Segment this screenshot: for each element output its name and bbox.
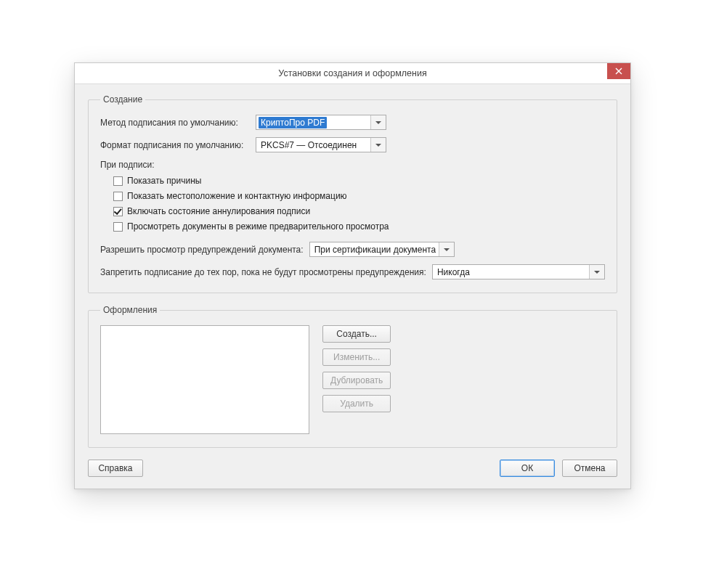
prevent-sign-label: Запретить подписание до тех пор, пока не… — [100, 267, 426, 277]
appearance-delete-button[interactable]: Удалить — [322, 395, 391, 412]
chevron-down-icon — [439, 242, 454, 256]
appearance-edit-button[interactable]: Изменить... — [322, 348, 391, 366]
prevent-sign-select[interactable]: Никогда — [432, 264, 605, 279]
show-reasons-label: Показать причины — [127, 176, 201, 186]
help-button[interactable]: Справка — [88, 460, 143, 477]
appearance-group: Оформления Создать... Изменить... Дублир… — [88, 305, 617, 448]
chevron-down-icon — [370, 115, 386, 129]
include-revocation-label: Включать состояние аннулирования подписи — [127, 206, 310, 216]
appearance-create-button[interactable]: Создать... — [322, 325, 391, 343]
allow-warnings-value: При сертификации документа — [314, 245, 436, 255]
show-reasons-checkbox[interactable] — [113, 176, 123, 186]
ok-button[interactable]: ОК — [500, 460, 555, 477]
default-format-label: Формат подписания по умолчанию: — [100, 140, 250, 150]
show-location-label: Показать местоположение и контактную инф… — [127, 191, 347, 201]
default-method-value: КриптоПро PDF — [259, 117, 327, 128]
include-revocation-checkbox[interactable] — [113, 207, 123, 216]
default-method-select[interactable]: КриптоПро PDF — [256, 115, 386, 130]
appearance-duplicate-button[interactable]: Дублировать — [322, 372, 391, 389]
default-format-value: PKCS#7 — Отсоединен — [261, 140, 357, 150]
default-method-label: Метод подписания по умолчанию: — [100, 118, 250, 128]
show-location-checkbox[interactable] — [113, 192, 123, 201]
dialog-window: Установки создания и оформления Создание… — [74, 62, 631, 489]
prevent-sign-value: Никогда — [437, 267, 470, 277]
preview-docs-label: Просмотреть документы в режиме предварит… — [127, 221, 389, 232]
window-title: Установки создания и оформления — [278, 68, 426, 78]
allow-warnings-select[interactable]: При сертификации документа — [309, 242, 455, 257]
titlebar: Установки создания и оформления — [75, 63, 630, 84]
close-button[interactable] — [607, 63, 630, 79]
close-icon — [615, 68, 622, 75]
creation-legend: Создание — [100, 94, 145, 105]
preview-docs-checkbox[interactable] — [113, 222, 123, 232]
allow-warnings-label: Разрешить просмотр предупреждений докуме… — [100, 245, 304, 255]
creation-group: Создание Метод подписания по умолчанию: … — [88, 94, 617, 293]
when-signing-label: При подписи: — [100, 160, 605, 170]
cancel-button[interactable]: Отмена — [562, 460, 617, 477]
chevron-down-icon — [589, 265, 604, 279]
default-format-select[interactable]: PKCS#7 — Отсоединен — [256, 137, 386, 152]
appearance-list[interactable] — [100, 325, 309, 434]
chevron-down-icon — [370, 138, 386, 152]
appearance-legend: Оформления — [100, 305, 160, 315]
